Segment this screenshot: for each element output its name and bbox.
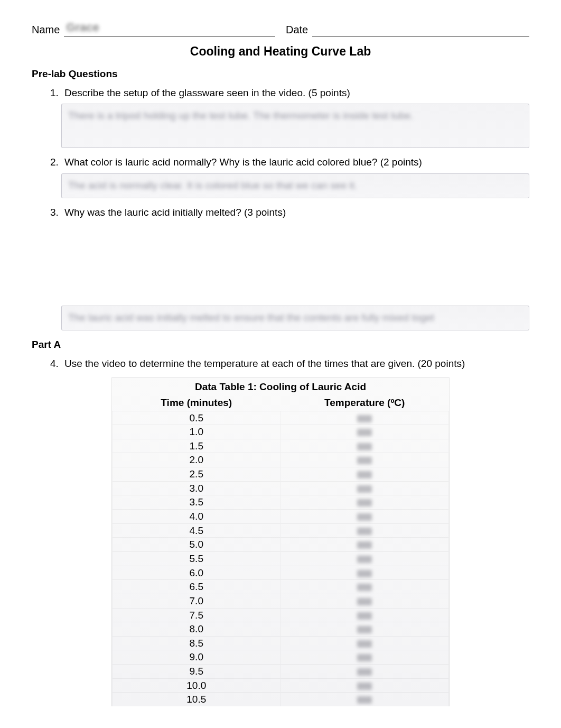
cell-time: 7.5 xyxy=(113,608,281,622)
cell-temp[interactable] xyxy=(280,538,449,552)
parta-heading: Part A xyxy=(32,338,529,352)
cell-time: 6.0 xyxy=(113,566,281,580)
cell-temp[interactable] xyxy=(280,693,449,706)
blurred-value xyxy=(357,696,372,704)
table-row: 9.5 xyxy=(113,665,449,679)
cell-temp[interactable] xyxy=(280,594,449,608)
table-row: 1.5 xyxy=(113,439,449,453)
table-row: 5.0 xyxy=(113,538,449,552)
blurred-value xyxy=(357,457,372,464)
cell-temp[interactable] xyxy=(280,425,449,439)
answer-2-text: The acid is normally clear. It is colore… xyxy=(68,179,522,192)
question-2-text: What color is lauric acid normally? Why … xyxy=(64,155,529,169)
cell-temp[interactable] xyxy=(280,650,449,665)
question-3-spacer xyxy=(64,223,529,302)
table-row: 9.0 xyxy=(113,650,449,665)
table-row: 7.5 xyxy=(113,608,449,622)
question-1-text: Describe the setup of the glassware seen… xyxy=(64,86,529,100)
cell-time: 0.5 xyxy=(113,411,281,425)
cell-temp[interactable] xyxy=(280,622,449,637)
cell-temp[interactable] xyxy=(280,411,449,425)
answer-box-1[interactable]: There is a tripod holding up the test tu… xyxy=(61,104,529,148)
table-row: 8.5 xyxy=(113,636,449,650)
cell-temp[interactable] xyxy=(280,495,449,510)
answer-box-3[interactable]: The lauric acid was initially melted to … xyxy=(61,306,529,330)
table-row: 2.0 xyxy=(113,453,449,467)
cell-time: 5.5 xyxy=(113,551,281,566)
cell-time: 1.5 xyxy=(113,439,281,453)
blurred-value xyxy=(357,598,372,605)
name-value: Grace xyxy=(66,20,99,35)
blurred-value xyxy=(357,668,372,676)
cell-time: 9.5 xyxy=(113,665,281,679)
cooling-data-table: Time (minutes) Temperature (ºC) 0.51.01.… xyxy=(112,395,449,706)
data-table-wrap: Data Table 1: Cooling of Lauric Acid Tim… xyxy=(111,377,450,706)
name-field-block: Name Grace xyxy=(32,21,275,37)
cell-time: 9.0 xyxy=(113,650,281,665)
cell-time: 2.5 xyxy=(113,467,281,482)
cell-temp[interactable] xyxy=(280,481,449,495)
table-title: Data Table 1: Cooling of Lauric Acid xyxy=(112,378,449,395)
cell-time: 4.5 xyxy=(113,523,281,538)
cell-temp[interactable] xyxy=(280,665,449,679)
question-1: Describe the setup of the glassware seen… xyxy=(61,86,529,149)
table-row: 6.5 xyxy=(113,580,449,594)
blurred-value xyxy=(357,654,372,661)
question-list-a: Use the video to determine the temperatu… xyxy=(32,357,529,371)
blurred-value xyxy=(357,683,372,690)
cell-temp[interactable] xyxy=(280,580,449,594)
date-input-line[interactable] xyxy=(312,21,529,37)
cell-temp[interactable] xyxy=(280,636,449,650)
blurred-value xyxy=(357,471,372,478)
cell-temp[interactable] xyxy=(280,678,449,693)
cell-time: 6.5 xyxy=(113,580,281,594)
cell-time: 7.0 xyxy=(113,594,281,608)
header-row: Name Grace Date xyxy=(32,21,529,37)
cell-time: 3.5 xyxy=(113,495,281,510)
cell-temp[interactable] xyxy=(280,439,449,453)
blurred-value xyxy=(357,429,372,436)
blurred-value xyxy=(357,556,372,563)
cell-temp[interactable] xyxy=(280,453,449,467)
blurred-value xyxy=(357,640,372,648)
blurred-value xyxy=(357,570,372,577)
col-header-time: Time (minutes) xyxy=(113,395,281,411)
cell-time: 4.0 xyxy=(113,510,281,524)
table-row: 3.5 xyxy=(113,495,449,510)
blurred-value xyxy=(357,443,372,450)
date-label: Date xyxy=(286,23,312,37)
table-row: 4.5 xyxy=(113,523,449,538)
question-list: Describe the setup of the glassware seen… xyxy=(32,86,529,330)
table-row: 6.0 xyxy=(113,566,449,580)
prelab-heading: Pre-lab Questions xyxy=(32,67,529,81)
table-row: 0.5 xyxy=(113,411,449,425)
name-input-line[interactable]: Grace xyxy=(64,21,275,37)
name-label: Name xyxy=(32,23,64,37)
question-4: Use the video to determine the temperatu… xyxy=(61,357,529,371)
cell-temp[interactable] xyxy=(280,510,449,524)
table-row: 1.0 xyxy=(113,425,449,439)
cell-temp[interactable] xyxy=(280,467,449,482)
cell-time: 3.0 xyxy=(113,481,281,495)
table-row: 8.0 xyxy=(113,622,449,637)
cell-temp[interactable] xyxy=(280,566,449,580)
question-3: Why was the lauric acid initially melted… xyxy=(61,206,529,330)
cell-time: 8.5 xyxy=(113,636,281,650)
question-2: What color is lauric acid normally? Why … xyxy=(61,155,529,198)
cell-time: 5.0 xyxy=(113,538,281,552)
col-header-temp: Temperature (ºC) xyxy=(280,395,449,411)
cell-temp[interactable] xyxy=(280,523,449,538)
answer-box-2[interactable]: The acid is normally clear. It is colore… xyxy=(61,173,529,198)
cell-temp[interactable] xyxy=(280,551,449,566)
blurred-value xyxy=(357,485,372,493)
table-header-row: Time (minutes) Temperature (ºC) xyxy=(113,395,449,411)
question-4-text: Use the video to determine the temperatu… xyxy=(64,357,529,371)
cell-temp[interactable] xyxy=(280,608,449,622)
blurred-value xyxy=(357,584,372,591)
cell-time: 10.5 xyxy=(113,693,281,706)
table-body: 0.51.01.52.02.53.03.54.04.55.05.56.06.57… xyxy=(113,411,449,706)
blurred-value xyxy=(357,513,372,521)
date-field-block: Date xyxy=(286,21,529,37)
page-title: Cooling and Heating Curve Lab xyxy=(32,43,529,60)
cell-time: 1.0 xyxy=(113,425,281,439)
